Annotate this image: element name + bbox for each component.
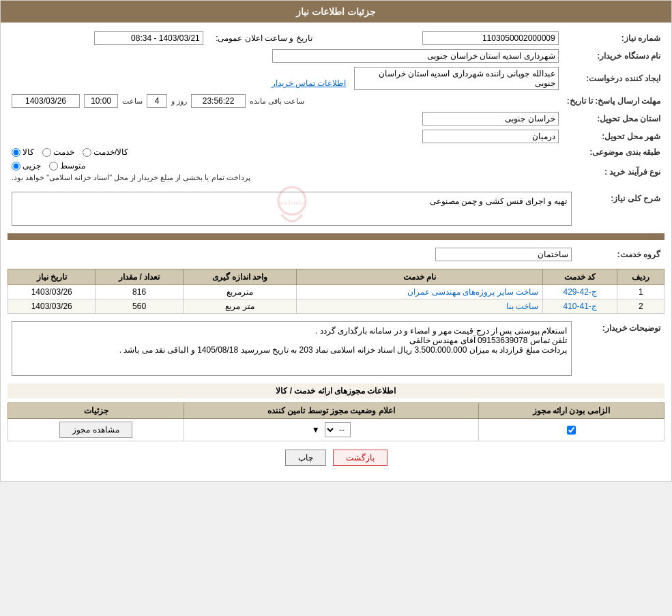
back-button[interactable]: بازگشت [333, 450, 388, 466]
purchase-note: پرداخت تمام یا بخشی از مبلغ خریدار از مح… [12, 173, 250, 182]
col-quantity: تعداد / مقدار [96, 269, 183, 285]
remaining-label: ساعت باقی مانده [250, 97, 304, 106]
subject-radio-kala[interactable]: کالا [12, 147, 34, 157]
need-number-value: 1103050002000009 [317, 29, 563, 47]
subject-radio-khedmat-input[interactable] [42, 148, 51, 157]
services-table: ردیف کد خدمت نام خدمت واحد اندازه گیری ت… [8, 269, 664, 314]
service-group-label: گروه خدمت: [576, 246, 664, 263]
need-number-label: شماره نیاز: [563, 29, 664, 47]
city-box: درمیان [422, 130, 559, 143]
permit-checkbox[interactable] [567, 426, 576, 435]
buyer-notes-label: توضیحات خریدار: [576, 319, 664, 378]
deadline-date-box: 1403/03/26 [12, 94, 80, 108]
subject-radio-khedmat-label: خدمت [53, 147, 74, 157]
purchase-radio-minor-label: جزیی [23, 161, 41, 171]
purchase-radio-minor[interactable]: جزیی [12, 161, 41, 171]
announce-value-box: 1403/03/21 - 08:34 [94, 31, 203, 45]
supplier-status-cell: -- ▼ [184, 419, 479, 441]
details-header: جزئیات [8, 403, 184, 419]
subject-type-label: طبقه بندی موضوعی: [563, 145, 664, 159]
subject-radio-kala-khedmat-input[interactable] [83, 148, 91, 157]
table-row: 1 ج-42-429 ساخت سایر پروژه‌های مهندسی عم… [8, 285, 664, 299]
buyer-notes-table: توضیحات خریدار: استعلام پیوستی پس از درج… [8, 319, 664, 378]
deadline-value: ساعت باقی مانده 23:56:22 روز و 4 ساعت 10… [8, 92, 563, 110]
days-box: 4 [147, 94, 167, 108]
view-permit-button[interactable]: مشاهده مجوز [59, 422, 132, 438]
table-row: 2 ج-41-410 ساخت بنا متر مربع 560 1403/03… [8, 299, 664, 314]
need-desc-value: تهیه و اجرای فنس کشی و چمن مصنوعی anaTen… [8, 190, 576, 228]
subject-radio-khedmat[interactable]: خدمت [42, 147, 74, 157]
province-box: خراسان جنوبی [422, 112, 559, 126]
supplier-status-header: اعلام وضعیت مجوز توسط تامین کننده [184, 403, 479, 419]
need-desc-text: تهیه و اجرای فنس کشی و چمن مصنوعی [430, 196, 567, 206]
subject-radio-kala-khedmat-label: کالا/خدمت [93, 147, 128, 157]
subject-radio-kala-label: کالا [23, 147, 34, 157]
province-label: استان محل تحویل: [563, 110, 664, 128]
permit-required-header: الزامی بودن ارائه مجوز [478, 403, 664, 419]
need-desc-box: تهیه و اجرای فنس کشی و چمن مصنوعی anaTen… [12, 192, 572, 226]
cell-row-num: 1 [617, 285, 664, 299]
remaining-time-box: 23:56:22 [191, 94, 246, 108]
buyer-notes-value: استعلام پیوستی پس از درج قیمت مهر و امضا… [8, 319, 576, 378]
col-row-num: ردیف [617, 269, 664, 285]
details-cell: مشاهده مجوز [8, 419, 184, 441]
permits-section-title: اطلاعات مجوزهای ارائه خدمت / کالا [8, 383, 664, 398]
service-info-title [8, 233, 664, 240]
col-unit: واحد اندازه گیری [183, 269, 296, 285]
cell-quantity: 816 [96, 285, 183, 299]
svg-point-0 [278, 188, 306, 215]
announce-value: 1403/03/21 - 08:34 [8, 29, 207, 47]
subject-radio-kala-khedmat[interactable]: کالا/خدمت [83, 147, 128, 157]
subject-type-value: کالا/خدمت خدمت کالا [8, 145, 563, 159]
svg-text:anaTender: anaTender [279, 199, 304, 206]
cell-row-num: 2 [617, 299, 664, 314]
purchase-radio-medium[interactable]: متوسط [49, 161, 85, 171]
permits-table: الزامی بودن ارائه مجوز اعلام وضعیت مجوز … [8, 402, 664, 441]
buyer-org-box: شهرداری اسدیه استان خراسان جنوبی [272, 49, 559, 63]
creator-box: عبدالله جوپانی راننده شهرداری اسدیه استا… [354, 67, 559, 90]
days-label: روز و [171, 97, 187, 106]
purchase-type-label: نوع فرآیند خرید : [563, 159, 664, 184]
watermark-logo: anaTender [265, 181, 319, 237]
buyer-org-value: شهرداری اسدیه استان خراسان جنوبی [8, 47, 563, 65]
supplier-status-select[interactable]: -- [325, 422, 351, 437]
action-buttons-area: بازگشت چاپ [8, 450, 664, 466]
dropdown-icon: ▼ [312, 425, 320, 435]
cell-service-name: ساخت بنا [297, 299, 543, 314]
cell-service-name: ساخت سایر پروژه‌های مهندسی عمران [297, 285, 543, 299]
print-button[interactable]: چاپ [285, 450, 326, 466]
service-group-box: ساختمان [435, 248, 572, 261]
cell-unit: مترمربع [183, 285, 296, 299]
time-label: ساعت [122, 97, 143, 106]
col-service-code: کد خدمت [542, 269, 617, 285]
time-box: 10:00 [84, 94, 118, 108]
service-group-value: ساختمان [8, 246, 576, 263]
permit-required-cell [478, 419, 664, 441]
city-label: شهر محل تحویل: [563, 128, 664, 145]
need-number-box: 1103050002000009 [422, 31, 559, 45]
creator-value: عبدالله جوپانی راننده شهرداری اسدیه استا… [8, 65, 563, 92]
city-value: درمیان [8, 128, 563, 145]
cell-unit: متر مربع [183, 299, 296, 314]
purchase-radio-minor-input[interactable] [12, 162, 20, 171]
cell-service-code: ج-42-429 [542, 285, 617, 299]
col-service-name: نام خدمت [297, 269, 543, 285]
buyer-org-label: نام دستگاه خریدار: [563, 47, 664, 65]
cell-service-code: ج-41-410 [542, 299, 617, 314]
permit-checkbox-area [483, 426, 660, 435]
description-table: شرح کلی نیاز: تهیه و اجرای فنس کشی و چمن… [8, 190, 664, 228]
purchase-radio-medium-input[interactable] [49, 162, 58, 171]
cell-quantity: 560 [96, 299, 183, 314]
announce-label: تاریخ و ساعت اعلان عمومی: [207, 29, 317, 47]
contact-link[interactable]: اطلاعات تماس خریدار [272, 78, 347, 88]
subject-radio-kala-input[interactable] [12, 148, 20, 157]
need-desc-label: شرح کلی نیاز: [576, 190, 664, 228]
page-title: جزئیات اطلاعات نیاز [296, 6, 376, 17]
main-info-table: شماره نیاز: 1103050002000009 تاریخ و ساع… [8, 29, 664, 184]
service-group-table: گروه خدمت: ساختمان [8, 246, 664, 263]
permit-row: -- ▼ مشاهده مجوز [8, 419, 664, 441]
buyer-notes-text: استعلام پیوستی پس از درج قیمت مهر و امضا… [119, 326, 567, 355]
purchase-type-value: متوسط جزیی پرداخت تمام یا بخشی از مبلغ خ… [8, 159, 563, 184]
col-date: تاریخ نیاز [8, 269, 96, 285]
purchase-radio-medium-label: متوسط [60, 161, 85, 171]
